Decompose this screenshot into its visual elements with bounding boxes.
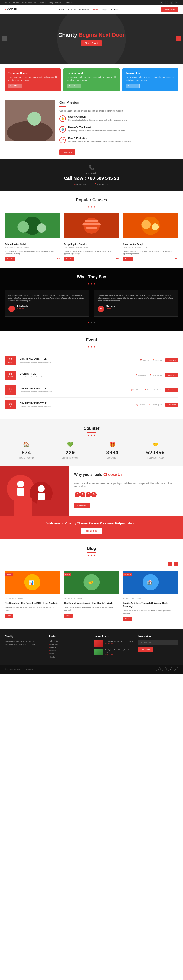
cause-bar-1 (5, 240, 60, 241)
card-helping-btn[interactable]: Read More (67, 84, 81, 88)
blog-read-btn-3[interactable]: Read (123, 617, 132, 621)
svg-rect-6 (85, 220, 98, 222)
nav-news[interactable]: News (93, 8, 98, 11)
counter-title: Counter (5, 426, 178, 431)
cause-donate-btn-1[interactable]: Donate (5, 257, 15, 261)
mission-item-text-3: Our groups please act as a protection to… (68, 140, 131, 143)
mission-item-text-1: Our organization helps children in the w… (68, 119, 128, 121)
nav-home[interactable]: Home (59, 8, 65, 11)
footer-li-icon[interactable]: in (174, 667, 178, 671)
donate-strip: 📞 Start Donating Call Now : +60 509 545 … (0, 159, 183, 191)
blog-next-btn[interactable]: › (174, 562, 178, 566)
helping-donate-btn[interactable]: Donate Now (81, 528, 102, 534)
mission-item-content-3: Care & Protection Our groups please act … (68, 137, 131, 145)
footer-link-6[interactable]: FAQs (49, 656, 89, 658)
cause-donate-btn-3[interactable]: Donate (123, 257, 133, 261)
mission-icon-3: 🛡 (59, 137, 66, 143)
blog-grid: 📊 ADMIN 25 June 2015 Admin The Results o… (5, 571, 178, 623)
blog-badge-2: BLOG (64, 573, 71, 576)
footer-links-col: Links About Us Contact Us Gallery Events… (49, 635, 89, 659)
mission-intro: Our organization helps groups that can n… (59, 110, 178, 113)
footer-link-2[interactable]: Contact Us (49, 643, 89, 645)
blog-prev-btn[interactable]: ‹ (168, 562, 172, 566)
social-tw-icon[interactable]: t (165, 1, 169, 4)
why-us-read-more-btn[interactable]: Read More (74, 503, 90, 508)
mission-icon-2: 🌍 (59, 126, 66, 133)
footer-link-4[interactable]: Events (49, 649, 89, 652)
mission-item-content-2: Peace On The Planet By working with our … (68, 126, 125, 135)
event-join-btn-4[interactable]: Join Now (165, 402, 178, 407)
hero-next-button[interactable]: › (176, 36, 181, 41)
cause-meta1-2: Goal: 5000$ (64, 247, 74, 248)
nav-causes[interactable]: Causes (68, 8, 76, 11)
hero-cta-button[interactable]: Start a Project (81, 40, 101, 46)
card-resource-btn[interactable]: Read More (8, 84, 22, 88)
footer-social-icons: f t g in (156, 667, 178, 671)
footer-link-1[interactable]: About Us (49, 640, 89, 642)
testimonial-text-1: Lorem ipsum dolor sit amet consectetur a… (8, 294, 85, 302)
blog-date-3: 18 June 2015 (123, 598, 134, 600)
card-scholarship-btn[interactable]: Read More (125, 84, 140, 88)
footer-link-5[interactable]: Blog (49, 653, 89, 655)
footer-gp-icon[interactable]: g (168, 667, 172, 671)
newsletter-email-input[interactable] (138, 640, 178, 646)
cause-donate-btn-2[interactable]: Donate (64, 257, 74, 261)
events-section: Event ✦ ✦ ✦ 18 JULY CHARITY EVENTS TITLE… (0, 331, 183, 419)
event-title-block-2: EVENTS TITLE Lorem ipsum dolor sit amet … (20, 372, 132, 378)
blog-card-title-2: The Role of Volunteers in Our Charity's … (64, 601, 119, 605)
event-join-btn-3[interactable]: Join Now (165, 388, 178, 392)
cause-progress-3 (123, 240, 167, 241)
nav-pages[interactable]: Pages (101, 8, 108, 11)
mission-line (59, 106, 66, 107)
hero-prev-button[interactable]: ‹ (2, 36, 7, 41)
cause-meta-1: Goal: 5000$ Raised: 3000$ (5, 247, 60, 248)
blog-line (87, 552, 96, 553)
event-join-btn-2[interactable]: Join Now (165, 373, 178, 377)
donate-location: 102-Edu. Blvd. (94, 183, 109, 185)
footer-tw-icon[interactable]: t (162, 667, 167, 671)
testimonial-dot-3[interactable] (94, 321, 95, 323)
cause-progress-2 (64, 240, 92, 241)
card-scholarship: Scholarship Lorem ipsum dolor sit amet c… (122, 68, 178, 91)
footer-link-3[interactable]: Gallery (49, 646, 89, 648)
testimonial-dot-1[interactable] (88, 321, 89, 323)
blog-read-btn-2[interactable]: Read (64, 614, 73, 617)
blog-image-2: 🤝 BLOG (64, 571, 119, 593)
nav-donate-button[interactable]: Donate Now (161, 7, 178, 12)
testimonial-dot-2[interactable] (91, 321, 92, 323)
topbar-left: +1 800-123-456 info@zoruri.com Website D… (5, 2, 72, 4)
testimonial-card-1: Lorem ipsum dolor sit amet consectetur a… (5, 290, 89, 317)
svg-rect-17 (37, 500, 55, 516)
newsletter-subscribe-btn[interactable]: Subscribe (138, 647, 153, 652)
footer-posts-col: Latest Posts The Results of Our Report i… (94, 635, 134, 659)
event-month-3: OCT (9, 391, 13, 393)
social-li-icon[interactable]: in (175, 1, 178, 4)
testimonial-grid: Lorem ipsum dolor sit amet consectetur a… (5, 290, 178, 317)
event-join-btn-1[interactable]: Join Now (165, 358, 178, 363)
cause-amount-2: ❤ 0 (116, 258, 119, 260)
blog-badge-3: EVENTS (123, 573, 132, 576)
cause-image-3 (123, 213, 178, 238)
author-info-2: Mary Jane Donor (106, 305, 116, 313)
blog-read-btn-1[interactable]: Read (5, 614, 13, 617)
navbar: ZZoruri Home Causes Donations News Pages… (0, 5, 183, 14)
counter-value-3: 3984 (106, 449, 119, 456)
cause-amount-3: ❤ 0 (175, 258, 178, 260)
counter-item-3: 🎁 3984 DONATION (106, 442, 119, 459)
mission-item-2: 🌍 Peace On The Planet By working with ou… (59, 126, 178, 135)
svg-point-20 (38, 485, 45, 492)
footer-newsletter-title: Newsletter (138, 635, 178, 638)
nav-contact[interactable]: Contact (111, 8, 119, 11)
nav-donations[interactable]: Donations (79, 8, 90, 11)
footer-fb-icon[interactable]: f (156, 667, 161, 671)
social-fb-icon[interactable]: f (160, 1, 163, 4)
blog-card-text-2: Lorem ipsum dolor sit amet consectetur a… (64, 606, 119, 611)
copyright-text: © 2015 Zoruri. All Rights Reserved. (5, 668, 34, 670)
testimonial-inner: What They Say ✦ ✦ ✦ Lorem ipsum dolor si… (5, 275, 178, 324)
blog-card-title-1: The Results of Our Report in 2015: Drop … (5, 601, 60, 605)
svg-point-11 (141, 220, 151, 229)
mission-read-more-btn[interactable]: Read More (59, 150, 75, 155)
cause-text-2: Our organization helps simply dummy text… (64, 250, 119, 255)
social-gp-icon[interactable]: g (170, 1, 173, 4)
topbar-social: f t g in (160, 1, 178, 4)
